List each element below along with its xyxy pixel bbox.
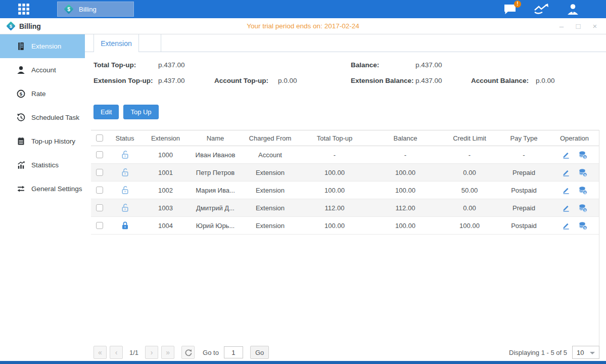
top-up-row-icon[interactable]: $ <box>578 151 587 159</box>
refresh-button[interactable] <box>181 346 195 359</box>
table-row[interactable]: 1003 Дмитрий Д... Extension 112.00 112.0… <box>91 199 599 217</box>
column-header-balance[interactable]: Balance <box>370 134 441 142</box>
row-checkbox[interactable] <box>96 169 103 176</box>
balance-cell: 100.00 <box>370 187 441 194</box>
top-up-row-icon[interactable]: $ <box>578 204 587 212</box>
main-panel: Extension Total Top-up: p.437.00 Balance… <box>85 34 606 361</box>
pagination-bar: « ‹ 1/1 › » Go to Go Displaying 1 - 5 of… <box>91 345 599 360</box>
charged-from-cell: Extension <box>241 222 299 230</box>
name-cell: Юрий Юрь... <box>190 222 241 230</box>
column-header-extension[interactable]: Extension <box>142 134 190 142</box>
user-icon[interactable] <box>566 3 580 15</box>
account-topup-label: Account Top-up: <box>214 77 268 84</box>
edit-button[interactable]: Edit <box>94 105 119 119</box>
minimize-icon[interactable]: – <box>557 22 566 30</box>
topbar-tab-billing[interactable]: $ Billing <box>57 2 134 17</box>
row-checkbox[interactable] <box>96 222 103 229</box>
sidebar-item-label: Account <box>31 66 56 74</box>
maximize-icon[interactable]: □ <box>574 22 582 30</box>
edit-row-icon[interactable] <box>562 168 570 176</box>
column-header-name[interactable]: Name <box>190 134 241 142</box>
extension-cell: 1003 <box>142 204 190 212</box>
credit-limit-cell: 0.00 <box>441 204 498 212</box>
top-up-row-icon[interactable]: $ <box>578 186 587 195</box>
select-all-checkbox[interactable] <box>96 134 103 142</box>
credit-limit-cell: - <box>441 151 498 159</box>
balance-cell: 112.00 <box>370 204 441 212</box>
status-unlocked-icon <box>121 150 129 159</box>
table-row[interactable]: 1000 Иван Иванов Account - - - - $ <box>91 146 599 164</box>
status-locked-icon <box>121 221 129 230</box>
pay-type-cell: - <box>498 151 549 159</box>
column-header-pay-type[interactable]: Pay Type <box>498 134 549 142</box>
top-up-row-icon[interactable]: $ <box>578 168 587 177</box>
sidebar-item-rate[interactable]: $ Rate <box>0 82 85 106</box>
column-header-credit-limit[interactable]: Credit Limit <box>441 134 498 142</box>
extension-icon <box>17 42 25 51</box>
messages-icon[interactable]: ! <box>503 4 517 15</box>
svg-text:$: $ <box>584 208 586 211</box>
rate-icon: $ <box>17 89 25 98</box>
goto-label: Go to <box>203 349 219 356</box>
sidebar-item-scheduled-task[interactable]: Scheduled Task <box>0 106 85 129</box>
billing-diamond-icon: $ <box>63 4 74 15</box>
svg-text:$: $ <box>584 190 586 194</box>
credit-limit-cell: 50.00 <box>441 187 498 194</box>
apps-grid-icon[interactable] <box>17 3 30 16</box>
row-checkbox[interactable] <box>96 204 103 211</box>
table-row[interactable]: 1002 Мария Ива... Extension 100.00 100.0… <box>91 181 599 199</box>
edit-row-icon[interactable] <box>562 186 570 194</box>
extension-balance-label: Extension Balance: <box>351 77 414 84</box>
sidebar-item-general-settings[interactable]: General Settings <box>0 177 85 201</box>
topup-history-icon <box>17 137 25 146</box>
total-topup-cell: 100.00 <box>299 222 370 230</box>
sidebar: Extension Account $ Rate <box>0 34 85 361</box>
previous-page-button[interactable]: ‹ <box>110 346 123 359</box>
goto-page-input[interactable] <box>224 346 243 358</box>
displaying-info: Displaying 1 - 5 of 5 <box>509 349 567 356</box>
balance-value: p.437.00 <box>415 61 442 69</box>
account-balance-value: p.0.00 <box>536 77 555 84</box>
balance-label: Balance: <box>351 61 379 69</box>
edit-row-icon[interactable] <box>562 204 570 212</box>
pay-type-cell: Postpaid <box>498 187 549 194</box>
balance-cell: 100.00 <box>370 222 441 230</box>
pay-type-cell: Postpaid <box>498 222 549 230</box>
sidebar-item-label: Statistics <box>31 161 59 169</box>
sidebar-item-label: Extension <box>31 42 61 50</box>
sidebar-item-statistics[interactable]: Statistics <box>0 153 85 177</box>
tab-strip-spacer <box>139 34 161 52</box>
sidebar-item-account[interactable]: Account <box>0 58 85 82</box>
last-page-button[interactable]: » <box>161 346 174 359</box>
edit-row-icon[interactable] <box>562 151 570 159</box>
name-cell: Иван Иванов <box>190 151 241 159</box>
svg-text:$: $ <box>584 172 586 176</box>
column-header-operation[interactable]: Operation <box>549 134 599 142</box>
column-header-status[interactable]: Status <box>108 134 142 142</box>
first-page-button[interactable]: « <box>94 346 107 359</box>
balance-cell: - <box>370 151 441 159</box>
row-checkbox[interactable] <box>96 151 103 158</box>
sidebar-item-topup-history[interactable]: Top-up History <box>0 129 85 153</box>
go-button[interactable]: Go <box>250 346 269 359</box>
sidebar-item-extension[interactable]: Extension <box>0 34 85 58</box>
table-row[interactable]: 1004 Юрий Юрь... Extension 100.00 100.00… <box>91 217 599 235</box>
column-header-total-topup[interactable]: Total Top-up <box>299 134 370 142</box>
sidebar-item-label: Scheduled Task <box>31 114 79 121</box>
table-row[interactable]: 1001 Петр Петров Extension 100.00 100.00… <box>91 164 599 181</box>
top-up-row-icon[interactable]: $ <box>578 221 587 230</box>
row-checkbox[interactable] <box>96 187 103 194</box>
top-up-button[interactable]: Top Up <box>123 105 158 119</box>
page-size-select[interactable]: 10 <box>572 346 599 359</box>
next-page-button[interactable]: › <box>145 346 158 359</box>
statistics-chart-icon[interactable] <box>534 3 549 15</box>
pay-type-cell: Prepaid <box>498 169 549 176</box>
page-size-value: 10 <box>577 349 584 356</box>
table-header: Status Extension Name Charged From Total… <box>91 130 599 146</box>
tab-extension[interactable]: Extension <box>94 34 139 52</box>
close-icon[interactable]: × <box>591 22 599 30</box>
edit-row-icon[interactable] <box>562 221 570 230</box>
column-header-charged-from[interactable]: Charged From <box>241 134 299 142</box>
status-unlocked-icon <box>121 186 129 195</box>
name-cell: Петр Петров <box>190 169 241 176</box>
